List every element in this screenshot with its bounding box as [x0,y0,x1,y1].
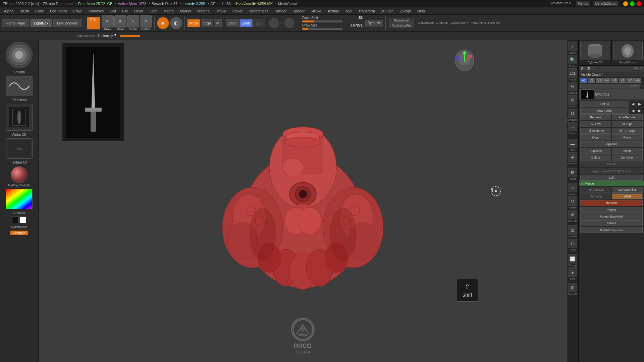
subdiv-v3-btn[interactable]: V3 [596,78,603,83]
menu-layer[interactable]: Layer [131,8,146,14]
close-btn[interactable]: ✕ [637,1,641,6]
adjust-last[interactable]: AdjustLast: 1 [451,21,468,25]
new-folder-arrow-left[interactable]: ◀ [630,109,636,113]
scale-btn[interactable]: ⤡ Scale [127,15,139,31]
subdiv-v2-btn[interactable]: V2 [588,78,595,83]
minimize-btn[interactable]: _ [623,1,628,6]
menus-btn[interactable]: Menus [576,1,590,6]
merge-similar-btn[interactable]: MergeSimilar [612,187,643,193]
simple-brush-preview-btn[interactable]: SimpleBrush [612,40,644,65]
move-btn[interactable]: ✥ Move [114,15,126,31]
zsub-btn[interactable]: Zsub [239,19,252,27]
delete-btn[interactable]: Delete [580,155,611,161]
replay-last-rpl-btn[interactable]: ReplayLastRpl [389,23,414,28]
list-all-btn[interactable]: List All [580,101,629,107]
merge-up-btn[interactable]: MergeUp [580,193,611,199]
apply-last-btn[interactable]: Apply Last Action To All Subtools [580,168,643,174]
replay-last-btn[interactable]: ReplayLast [389,18,414,23]
matcap-icon-btn[interactable] [11,166,28,183]
persp-tool-icon[interactable]: P [568,95,577,105]
dynamic2-tool-icon[interactable]: ◈ [568,152,577,162]
aahalf-tool-icon[interactable]: ½ [568,82,577,91]
duplicate-btn[interactable]: Duplicate [580,148,611,154]
subdiv-v4-btn[interactable]: V4 [603,78,610,83]
subdiv-v8-btn[interactable]: V8 [634,78,641,83]
brush-preview-btn[interactable] [6,42,33,68]
copy-btn[interactable]: Copy [580,134,611,140]
project-btn[interactable]: Project [580,207,643,213]
maximize-btn[interactable]: □ [630,1,635,6]
redshift-btn[interactable]: Redshift Properties [580,227,643,233]
menu-dynamics[interactable]: Dynamics [85,8,106,14]
stroke-preview-btn[interactable] [6,76,33,96]
m-btn[interactable]: M [214,19,222,27]
polyf-tool-icon[interactable]: ⬡ [568,239,577,248]
alternate-btn[interactable]: Alternate [10,231,28,235]
home-page-btn[interactable]: Home Page [2,19,29,27]
menu-zscript[interactable]: ZScript [397,8,414,14]
project-bas-btn[interactable]: Project BasRelief [580,214,643,220]
menu-stroke[interactable]: Stroke [308,8,324,14]
menu-light[interactable]: Light [147,8,160,14]
focal-shift-val[interactable]: -56 [358,16,363,20]
tool-list-sword01[interactable]: Sword 01 [579,89,644,100]
all-high-btn[interactable]: All High [612,121,643,127]
menu-material[interactable]: Material [195,8,213,14]
dynamic-btn[interactable]: Dynamic [365,20,383,26]
floor-tool-icon[interactable]: ▬ [568,139,577,148]
default-zscript[interactable]: DefaultZScript [593,1,619,6]
menu-zplugin[interactable]: ZPlugin [378,8,396,14]
alpha-preview-btn[interactable] [6,104,33,131]
menu-help[interactable]: Help [415,8,428,14]
menu-macro[interactable]: Macro [161,8,176,14]
menu-draw[interactable]: Draw [70,8,84,14]
list-all-arrow-left[interactable]: ◀ [630,102,636,106]
mrgb-btn[interactable]: Mrgb [187,19,200,27]
menu-alpha[interactable]: Alpha [1,8,16,14]
menu-picker[interactable]: Picker [230,8,246,14]
frame-tool-icon[interactable]: ⊞ [568,168,577,177]
color-swatch-light[interactable] [19,217,26,223]
subdiv-v1-btn[interactable]: V1 [580,78,587,83]
scroll-tool-icon[interactable]: ↕ [568,42,577,51]
menu-brush[interactable]: Brush [17,8,32,14]
texture-preview-btn[interactable]: none [6,138,33,159]
new-folder-arrow-right[interactable]: ▶ [637,109,643,113]
zcut-btn[interactable]: Zcut [253,19,265,27]
weld-btn[interactable]: Weld [612,193,643,199]
solo-tool-icon[interactable]: ● [568,267,577,277]
zoom3d-tool-icon[interactable]: ⊞ [568,283,577,292]
cylinder3d-preview-btn[interactable]: Cylinder3D [579,40,612,65]
menu-tool[interactable]: Tool [343,8,355,14]
menu-marker[interactable]: Marker [177,8,194,14]
all-to-target-btn[interactable]: All To Target [612,128,643,134]
merge-down-btn[interactable]: MergeDown [580,187,611,193]
zoomd-tool-icon[interactable]: ⊕ [568,210,577,219]
focal-shift-slider[interactable] [302,20,342,22]
transp-tool-icon[interactable]: ⬜ [568,254,577,263]
lightbox-btn[interactable]: LightBox [30,19,52,27]
draw-size-slider[interactable] [302,28,342,30]
canvas-area[interactable]: ⇧ shift [39,40,567,362]
subdiv-v5-btn[interactable]: V5 [611,78,618,83]
rename-btn[interactable]: Rename [580,114,611,120]
merge-section-title[interactable]: ▶ Merge [579,181,644,186]
menu-shader[interactable]: Shader [290,8,307,14]
rotate-btn[interactable]: ↻ Rotate [140,15,152,31]
menu-file[interactable]: File [119,8,131,14]
sphere-tool-btn[interactable]: ◐ [170,17,182,29]
remesh-btn[interactable]: Remesh [580,200,643,206]
all-low-btn[interactable]: All Low [580,121,611,127]
del-all-btn[interactable]: Del All [580,161,643,167]
lsym-tool-icon[interactable]: ↔ [568,122,577,131]
dial2-btn[interactable] [284,18,294,28]
menu-document[interactable]: Document [47,8,69,14]
split-btn[interactable]: Split [580,175,643,181]
insert-btn[interactable]: Insert [612,148,643,154]
del-other-btn[interactable]: Del Other [612,155,643,161]
menu-transform[interactable]: Transform [356,8,378,14]
draw-size-val[interactable]: 3.67271 [351,23,363,27]
paste-btn[interactable]: Paste [612,134,643,140]
move2-tool-icon[interactable]: ⤢ [568,183,577,192]
auto-reorder-btn[interactable]: AutoReorder [612,114,643,120]
